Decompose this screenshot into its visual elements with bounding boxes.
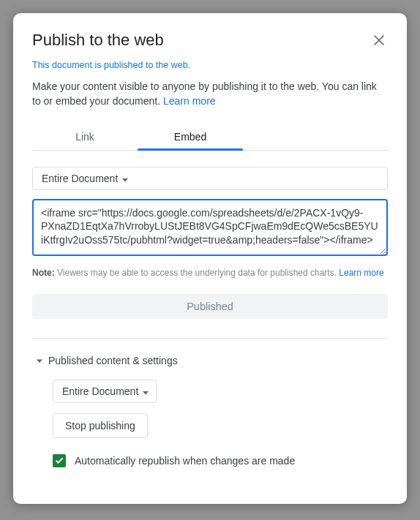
settings-header-label: Published content & settings <box>48 355 178 366</box>
dialog-header: Publish to the web <box>32 31 388 50</box>
checkmark-icon <box>55 456 64 465</box>
tab-link[interactable]: Link <box>32 124 138 150</box>
settings-body: Entire Document Stop publishing Automati… <box>32 380 388 467</box>
auto-republish-checkbox[interactable] <box>53 454 66 467</box>
stop-publishing-button[interactable]: Stop publishing <box>53 413 148 438</box>
publish-dialog: Publish to the web This document is publ… <box>13 13 407 504</box>
note-label: Note: <box>32 268 55 278</box>
tab-embed[interactable]: Embed <box>138 124 243 150</box>
published-button[interactable]: Published <box>32 294 388 319</box>
tab-bar: Link Embed <box>32 124 388 151</box>
dialog-title: Publish to the web <box>32 31 164 50</box>
settings-scope-dropdown[interactable]: Entire Document <box>53 380 157 403</box>
embed-scope-label: Entire Document <box>42 173 118 184</box>
note-text: Viewers may be able to access the underl… <box>55 268 340 278</box>
caret-down-icon <box>122 173 128 184</box>
close-button[interactable] <box>370 31 388 49</box>
divider <box>32 338 388 339</box>
close-icon <box>373 34 385 46</box>
publish-status: This document is published to the web. <box>32 60 388 70</box>
auto-republish-label: Automatically republish when changes are… <box>75 455 295 467</box>
dialog-description: Make your content visible to anyone by p… <box>32 79 388 109</box>
auto-republish-row[interactable]: Automatically republish when changes are… <box>53 454 388 467</box>
embed-scope-dropdown[interactable]: Entire Document <box>32 167 388 190</box>
note-line: Note: Viewers may be able to access the … <box>32 268 388 278</box>
note-learn-more-link[interactable]: Learn more <box>339 268 383 278</box>
collapse-icon <box>37 355 42 366</box>
learn-more-link[interactable]: Learn more <box>163 95 216 107</box>
settings-toggle[interactable]: Published content & settings <box>32 355 388 366</box>
settings-scope-label: Entire Document <box>62 385 138 397</box>
embed-code-textarea[interactable] <box>32 199 388 256</box>
caret-down-icon <box>143 385 149 397</box>
